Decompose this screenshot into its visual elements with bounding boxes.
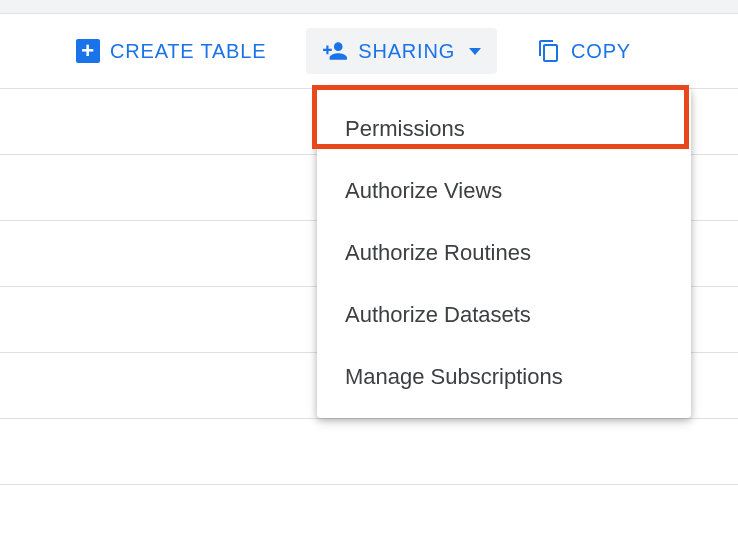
toolbar: + CREATE TABLE SHARING COPY (0, 14, 738, 88)
rows-container: Permissions Authorize Views Authorize Ro… (0, 88, 738, 550)
copy-label: COPY (571, 40, 631, 63)
chevron-down-icon (469, 48, 481, 55)
menu-item-authorize-views[interactable]: Authorize Views (317, 160, 691, 222)
sharing-button[interactable]: SHARING (306, 28, 497, 74)
create-table-button[interactable]: + CREATE TABLE (60, 29, 282, 73)
menu-item-authorize-routines[interactable]: Authorize Routines (317, 222, 691, 284)
menu-item-manage-subscriptions[interactable]: Manage Subscriptions (317, 346, 691, 408)
table-row (0, 418, 738, 484)
table-row (0, 484, 738, 550)
sharing-dropdown-menu: Permissions Authorize Views Authorize Ro… (317, 88, 691, 418)
plus-icon: + (76, 39, 100, 63)
menu-item-permissions[interactable]: Permissions (317, 98, 691, 160)
copy-icon (537, 39, 561, 63)
person-add-icon (322, 38, 348, 64)
menu-item-authorize-datasets[interactable]: Authorize Datasets (317, 284, 691, 346)
top-bar (0, 0, 738, 14)
sharing-label: SHARING (358, 40, 455, 63)
create-table-label: CREATE TABLE (110, 40, 266, 63)
copy-button[interactable]: COPY (521, 29, 647, 73)
